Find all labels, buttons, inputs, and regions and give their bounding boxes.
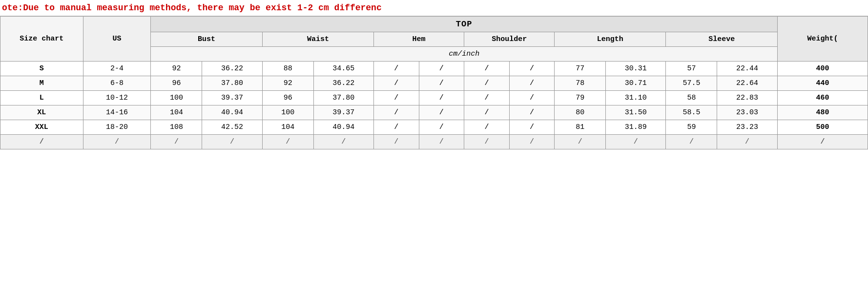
table-cell: 88 — [262, 62, 313, 76]
table-cell: 57.5 — [666, 76, 717, 91]
table-cell: S — [0, 62, 83, 76]
table-cell: 22.64 — [717, 76, 777, 91]
table-cell: / — [509, 120, 555, 135]
table-cell: 23.23 — [717, 120, 777, 135]
table-cell: 96 — [151, 76, 202, 91]
table-cell: 57 — [666, 62, 717, 76]
table-cell: 31.89 — [606, 120, 666, 135]
table-cell: XL — [0, 105, 83, 120]
table-cell: / — [313, 135, 373, 149]
table-cell: L — [0, 91, 83, 105]
sleeve-header: Sleeve — [666, 32, 777, 47]
table-cell: / — [374, 91, 419, 105]
table-row: XXL18-2010842.5210440.94////8131.895923.… — [0, 120, 868, 135]
table-cell: 440 — [777, 76, 868, 91]
table-cell: XXL — [0, 120, 83, 135]
table-cell: / — [606, 135, 666, 149]
table-cell: / — [374, 62, 419, 76]
note-bar: ote:Due to manual measuring methods, the… — [0, 0, 868, 16]
table-cell: / — [717, 135, 777, 149]
table-cell: 6-8 — [83, 76, 151, 91]
table-cell: 77 — [555, 62, 606, 76]
table-cell: 100 — [262, 105, 313, 120]
table-cell: 81 — [555, 120, 606, 135]
table-cell: / — [419, 105, 464, 120]
table-cell: / — [202, 135, 262, 149]
table-cell: / — [374, 76, 419, 91]
waist-header: Waist — [262, 32, 373, 47]
table-cell: 80 — [555, 105, 606, 120]
table-cell: 30.31 — [606, 62, 666, 76]
table-cell: 39.37 — [202, 91, 262, 105]
table-cell: 480 — [777, 105, 868, 120]
table-cell: 2-4 — [83, 62, 151, 76]
table-cell: / — [374, 135, 419, 149]
table-cell: / — [464, 120, 510, 135]
table-cell: / — [374, 120, 419, 135]
table-cell: / — [83, 135, 151, 149]
table-cell: 400 — [777, 62, 868, 76]
table-cell: 30.71 — [606, 76, 666, 91]
table-cell: / — [464, 135, 510, 149]
table-cell: 22.44 — [717, 62, 777, 76]
table-cell: 31.50 — [606, 105, 666, 120]
top-header: TOP — [151, 17, 777, 32]
table-cell: / — [464, 91, 510, 105]
size-table: Size chart US TOP Weight( Bust Waist — [0, 16, 868, 149]
table-cell: 100 — [151, 91, 202, 105]
table-cell: 37.80 — [313, 91, 373, 105]
table-row: L10-1210039.379637.80////7931.105822.834… — [0, 91, 868, 105]
table-cell: / — [509, 62, 555, 76]
table-cell: / — [419, 62, 464, 76]
table-row: XL14-1610440.9410039.37////8031.5058.523… — [0, 105, 868, 120]
table-cell: 92 — [262, 76, 313, 91]
table-cell: / — [419, 91, 464, 105]
table-cell: / — [262, 135, 313, 149]
table-cell: / — [777, 135, 868, 149]
table-cell: / — [509, 91, 555, 105]
table-cell: / — [151, 135, 202, 149]
table-cell: / — [509, 76, 555, 91]
table-cell: 104 — [151, 105, 202, 120]
weight-header: Weight( — [777, 17, 868, 62]
table-cell: 22.83 — [717, 91, 777, 105]
table-cell: 31.10 — [606, 91, 666, 105]
table-cell: / — [509, 135, 555, 149]
table-cell: M — [0, 76, 83, 91]
table-row: S2-49236.228834.65////7730.315722.44400 — [0, 62, 868, 76]
table-cell: 34.65 — [313, 62, 373, 76]
table-cell: 37.80 — [202, 76, 262, 91]
table-cell: 39.37 — [313, 105, 373, 120]
table-cell: / — [374, 105, 419, 120]
unit-row: cm/inch — [151, 47, 777, 62]
table-cell: / — [666, 135, 717, 149]
hem-header: Hem — [374, 32, 464, 47]
table-cell: 96 — [262, 91, 313, 105]
table-cell: 104 — [262, 120, 313, 135]
table-cell: 79 — [555, 91, 606, 105]
table-cell: / — [555, 135, 606, 149]
size-chart-wrapper: Size chart US TOP Weight( Bust Waist — [0, 16, 868, 149]
table-cell: / — [509, 105, 555, 120]
table-cell: 58.5 — [666, 105, 717, 120]
table-cell: 108 — [151, 120, 202, 135]
table-cell: 14-16 — [83, 105, 151, 120]
table-cell: / — [464, 105, 510, 120]
table-cell: 92 — [151, 62, 202, 76]
table-cell: 18-20 — [83, 120, 151, 135]
table-cell: 23.03 — [717, 105, 777, 120]
us-header: US — [83, 17, 151, 62]
table-cell: / — [464, 76, 510, 91]
table-cell: 36.22 — [313, 76, 373, 91]
bust-header: Bust — [151, 32, 262, 47]
note-text: ote:Due to manual measuring methods, the… — [2, 3, 382, 13]
table-cell: / — [419, 135, 464, 149]
table-cell: / — [464, 62, 510, 76]
table-row: M6-89637.809236.22////7830.7157.522.6444… — [0, 76, 868, 91]
table-cell: / — [0, 135, 83, 149]
table-cell: 10-12 — [83, 91, 151, 105]
table-row: /////////////// — [0, 135, 868, 149]
table-cell: / — [419, 76, 464, 91]
table-cell: 59 — [666, 120, 717, 135]
table-cell: 460 — [777, 91, 868, 105]
